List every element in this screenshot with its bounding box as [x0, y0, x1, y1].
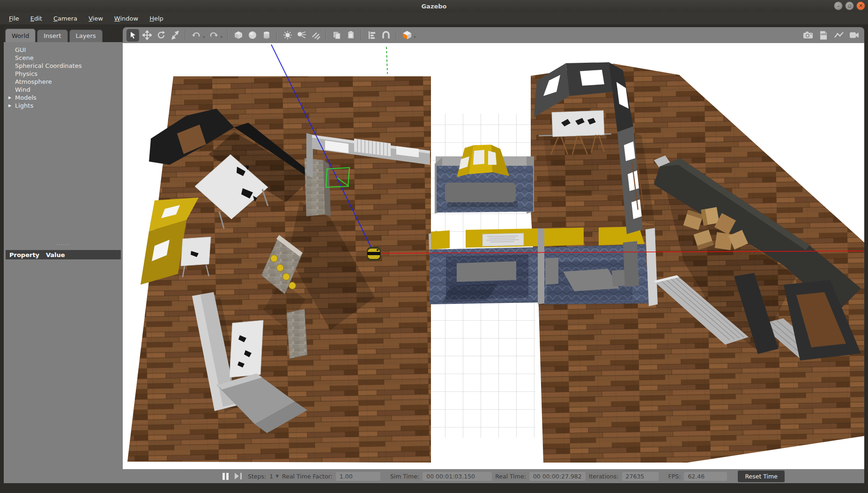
fps-label: FPS: [668, 473, 681, 480]
point-light-icon[interactable] [281, 29, 294, 42]
steps-label: Steps: [248, 473, 266, 480]
scale-tool-icon[interactable] [169, 29, 181, 42]
toolbar-separator [396, 30, 397, 40]
stone-panel [287, 309, 307, 359]
toolbar-separator [276, 30, 277, 40]
real-time-value: 00 00:00:27.982 [529, 472, 586, 481]
rotate-tool-icon[interactable] [155, 29, 167, 42]
spot-light-icon[interactable] [295, 29, 308, 42]
armchair [545, 258, 558, 285]
close-button[interactable]: ✕ [856, 1, 865, 10]
redo-icon[interactable] [208, 29, 220, 42]
cylinder-shape-icon[interactable] [260, 29, 273, 42]
conference-table [457, 261, 516, 282]
scene-3d-view[interactable] [123, 43, 864, 469]
expand-icon: ▶ [8, 103, 15, 108]
copy-icon[interactable] [330, 29, 343, 42]
align-icon[interactable] [365, 29, 378, 42]
render-toolbar: ▾ ▾ [123, 27, 864, 43]
simulation-status-bar: Steps: 1 ▼ Real Time Factor: 1.00 Sim Ti… [123, 469, 864, 483]
record-video-icon[interactable] [848, 29, 861, 42]
window-controls: – ▫ ✕ [834, 1, 865, 10]
pause-button[interactable] [223, 473, 229, 480]
gazebo-world-render [123, 43, 864, 469]
tree-item-wind[interactable]: Wind [8, 86, 123, 94]
menu-bar: File Edit Camera View Window Help [0, 12, 868, 24]
paste-icon[interactable] [344, 29, 357, 42]
screenshot-icon[interactable] [801, 29, 814, 42]
tall-cabinet [623, 241, 639, 287]
panel-splitter-handle[interactable]: ······ [4, 243, 123, 250]
rtf-label: Real Time Factor: [282, 473, 333, 480]
tree-item-lights[interactable]: ▶ Lights [8, 102, 123, 110]
scene-tree: GUI Scene Spherical Coordinates Physics … [4, 42, 123, 110]
tree-item-label: Spherical Coordinates [15, 62, 82, 69]
tree-item-atmosphere[interactable]: Atmosphere [8, 78, 123, 86]
menu-window[interactable]: Window [110, 14, 142, 23]
sofa [445, 183, 516, 202]
tree-item-label: Wind [15, 86, 30, 93]
view-angle-icon[interactable] [401, 29, 413, 42]
minimize-button[interactable]: – [834, 1, 843, 10]
toolbar-separator [185, 30, 186, 40]
toolbar-separator [361, 30, 362, 40]
menu-view[interactable]: View [84, 14, 107, 23]
menu-file[interactable]: File [5, 14, 23, 23]
tree-item-physics[interactable]: Physics [8, 70, 123, 78]
window-title: Gazebo [421, 3, 446, 10]
undo-icon[interactable] [190, 29, 202, 42]
tree-item-label: GUI [15, 46, 26, 53]
property-column-header: Property [6, 251, 46, 258]
viewport: ▾ ▾ [123, 24, 864, 483]
tree-item-label: Lights [15, 102, 33, 109]
title-bar: Gazebo – ▫ ✕ [0, 0, 868, 12]
directional-light-icon[interactable] [309, 29, 322, 42]
iterations-label: Iterations: [589, 473, 619, 480]
toolbar-separator [227, 30, 228, 40]
maximize-button[interactable]: ▫ [845, 1, 854, 10]
steps-value[interactable]: 1 [269, 473, 273, 480]
menu-camera[interactable]: Camera [49, 14, 82, 23]
tree-item-label: Scene [15, 54, 34, 61]
svg-text:LOG: LOG [821, 32, 827, 35]
tree-item-label: Atmosphere [15, 78, 52, 85]
log-recorder-icon[interactable]: LOG [817, 29, 830, 42]
select-tool-icon[interactable] [126, 29, 139, 42]
undo-dropdown-icon[interactable]: ▾ [203, 35, 205, 39]
tree-item-label: Models [15, 94, 37, 101]
property-table-header: Property Value [6, 250, 121, 259]
turtlebot-robot[interactable] [367, 247, 381, 261]
steps-dropdown-icon[interactable]: ▼ [275, 474, 279, 478]
rtf-value: 1.00 [336, 472, 380, 481]
toolbar-separator [326, 30, 326, 40]
tab-insert[interactable]: Insert [37, 29, 67, 42]
menu-help[interactable]: Help [145, 14, 168, 23]
whiteboard [482, 233, 524, 246]
iterations-value: 27635 [622, 472, 659, 481]
sim-time-label: Sim Time: [390, 473, 419, 480]
menu-edit[interactable]: Edit [26, 14, 46, 23]
tree-item-models[interactable]: ▶ Models [8, 94, 123, 102]
reset-time-button[interactable]: Reset Time [738, 471, 784, 482]
box-shape-icon[interactable] [232, 29, 245, 42]
view-angle-dropdown-icon[interactable]: ▾ [414, 35, 416, 39]
property-table-body [4, 259, 123, 483]
world-tab-panel: GUI Scene Spherical Coordinates Physics … [4, 42, 123, 483]
plot-icon[interactable] [832, 29, 845, 42]
step-button[interactable] [235, 473, 242, 479]
expand-icon: ▶ [8, 96, 15, 100]
tree-item-scene[interactable]: Scene [8, 54, 123, 62]
panel-tabs: World Insert Layers [4, 24, 123, 42]
tree-item-spherical-coordinates[interactable]: Spherical Coordinates [8, 62, 123, 70]
translate-tool-icon[interactable] [141, 29, 153, 42]
tree-item-label: Physics [15, 70, 37, 77]
tab-layers[interactable]: Layers [69, 29, 103, 42]
value-column-header: Value [46, 251, 65, 258]
room-divider [538, 228, 544, 304]
sim-time-value: 00 00:01:03.150 [423, 472, 492, 481]
sphere-shape-icon[interactable] [246, 29, 259, 42]
tab-world[interactable]: World [5, 29, 36, 42]
redo-dropdown-icon[interactable]: ▾ [221, 35, 223, 39]
tree-item-gui[interactable]: GUI [8, 46, 123, 54]
snap-icon[interactable] [379, 29, 392, 42]
